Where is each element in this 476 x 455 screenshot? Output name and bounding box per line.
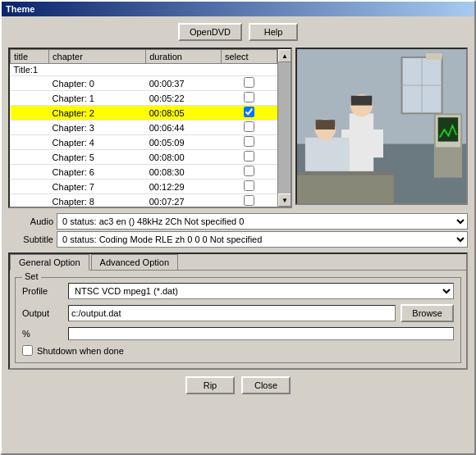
- cell-duration: 00:08:30: [146, 165, 222, 180]
- progress-bar: [68, 327, 454, 340]
- cell-title: [11, 106, 49, 121]
- main-area: title chapter duration select Title:1 Ch…: [8, 48, 468, 208]
- tab-content-general: Set Profile NTSC VCD mpeg1 (*.dat) Outpu…: [10, 271, 466, 368]
- profile-label: Profile: [22, 286, 63, 296]
- cell-select[interactable]: [221, 150, 277, 165]
- cell-chapter: Chapter: 4: [49, 135, 146, 150]
- cell-duration: 00:00:37: [146, 76, 222, 91]
- cell-chapter: Chapter: 6: [49, 165, 146, 180]
- row-checkbox[interactable]: [244, 77, 254, 88]
- table-row: Chapter: 1 00:05:22: [11, 91, 277, 106]
- cell-select: [221, 64, 277, 76]
- progress-row: %: [22, 327, 454, 340]
- cell-chapter: Chapter: 0: [49, 76, 146, 91]
- cell-duration: 00:05:22: [146, 91, 222, 106]
- rip-button[interactable]: Rip: [185, 376, 235, 394]
- opendvd-button[interactable]: OpenDVD: [178, 23, 242, 41]
- chapter-table-container: title chapter duration select Title:1 Ch…: [8, 48, 292, 208]
- table-row: Chapter: 0 00:00:37: [11, 76, 277, 91]
- cell-title: Title:1: [11, 64, 222, 76]
- percent-label: %: [22, 329, 63, 339]
- set-group: Set Profile NTSC VCD mpeg1 (*.dat) Outpu…: [15, 277, 461, 363]
- scroll-up-button[interactable]: ▲: [278, 49, 291, 62]
- preview-canvas: [297, 49, 466, 203]
- cell-chapter: Chapter: 1: [49, 91, 146, 106]
- scroll-down-button[interactable]: ▼: [278, 193, 291, 207]
- cell-chapter: Chapter: 3: [49, 121, 146, 135]
- tab-advanced[interactable]: Advanced Option: [91, 254, 178, 270]
- table-row: Chapter: 2 00:08:05: [11, 106, 277, 121]
- table-scrollbar[interactable]: ▲ ▼: [277, 49, 291, 207]
- window-title: Theme: [6, 4, 34, 14]
- table-row: Chapter: 8 00:07:27: [11, 194, 277, 207]
- row-checkbox[interactable]: [244, 121, 254, 132]
- shutdown-row: Shutdown when done: [22, 345, 454, 356]
- col-title: title: [11, 50, 49, 64]
- profile-select[interactable]: NTSC VCD mpeg1 (*.dat): [68, 283, 454, 299]
- table-row: Chapter: 5 00:08:00: [11, 150, 277, 165]
- row-checkbox[interactable]: [244, 107, 254, 117]
- bottom-buttons: Rip Close: [8, 376, 468, 394]
- chapter-table: title chapter duration select Title:1 Ch…: [10, 49, 277, 207]
- table-row: Title:1: [11, 64, 277, 76]
- table-row: Chapter: 7 00:12:29: [11, 180, 277, 194]
- tab-general[interactable]: General Option: [10, 254, 89, 271]
- output-input[interactable]: [68, 305, 396, 321]
- table-row: Chapter: 4 00:05:09: [11, 135, 277, 150]
- table-header-row: title chapter duration select: [11, 50, 277, 64]
- cell-duration: 00:08:00: [146, 150, 222, 165]
- shutdown-label: Shutdown when done: [37, 346, 124, 356]
- cell-chapter: Chapter: 2: [49, 106, 146, 121]
- subtitle-label: Subtitle: [8, 234, 53, 244]
- cell-duration: 00:12:29: [146, 180, 222, 194]
- audio-subtitle-area: Audio 0 status: ac3 en () 48kHz 2Ch Not …: [8, 213, 468, 248]
- col-select: select: [221, 50, 277, 64]
- cell-select[interactable]: [221, 106, 277, 121]
- cell-title: [11, 165, 49, 180]
- cell-duration: 00:06:44: [146, 121, 222, 135]
- output-label: Output: [22, 308, 63, 318]
- toolbar: OpenDVD Help: [8, 23, 468, 41]
- cell-title: [11, 194, 49, 207]
- table-row: Chapter: 3 00:06:44: [11, 121, 277, 135]
- cell-title: [11, 76, 49, 91]
- cell-chapter: Chapter: 7: [49, 180, 146, 194]
- row-checkbox[interactable]: [244, 151, 254, 162]
- cell-title: [11, 91, 49, 106]
- subtitle-select[interactable]: 0 status: Coding Mode RLE zh 0 0 0 Not s…: [57, 231, 468, 248]
- cell-select[interactable]: [221, 165, 277, 180]
- tabs-area: General Option Advanced Option Set Profi…: [8, 253, 468, 370]
- chapter-table-scroll[interactable]: title chapter duration select Title:1 Ch…: [10, 49, 277, 207]
- main-window: Theme OpenDVD Help title chapter: [0, 0, 476, 455]
- row-checkbox[interactable]: [244, 180, 254, 191]
- cell-select[interactable]: [221, 91, 277, 106]
- video-preview: [295, 48, 468, 205]
- row-checkbox[interactable]: [244, 136, 254, 147]
- cell-select[interactable]: [221, 135, 277, 150]
- cell-select[interactable]: [221, 121, 277, 135]
- cell-select[interactable]: [221, 180, 277, 194]
- browse-button[interactable]: Browse: [400, 304, 454, 322]
- row-checkbox[interactable]: [244, 195, 254, 206]
- cell-chapter: Chapter: 5: [49, 150, 146, 165]
- col-duration: duration: [146, 50, 222, 64]
- row-checkbox[interactable]: [244, 92, 254, 102]
- tab-headers: General Option Advanced Option: [10, 254, 466, 271]
- scroll-track[interactable]: [278, 62, 291, 193]
- subtitle-row: Subtitle 0 status: Coding Mode RLE zh 0 …: [8, 231, 468, 248]
- output-row: Output Browse: [22, 304, 454, 322]
- cell-duration: 00:07:27: [146, 194, 222, 207]
- help-button[interactable]: Help: [249, 23, 298, 41]
- cell-duration: 00:08:05: [146, 106, 222, 121]
- shutdown-checkbox[interactable]: [22, 345, 33, 356]
- audio-select[interactable]: 0 status: ac3 en () 48kHz 2Ch Not specif…: [57, 213, 468, 230]
- cell-chapter: Chapter: 8: [49, 194, 146, 207]
- cell-title: [11, 150, 49, 165]
- row-checkbox[interactable]: [244, 166, 254, 176]
- audio-label: Audio: [8, 216, 53, 226]
- close-button[interactable]: Close: [241, 376, 291, 394]
- cell-title: [11, 121, 49, 135]
- cell-select[interactable]: [221, 76, 277, 91]
- audio-row: Audio 0 status: ac3 en () 48kHz 2Ch Not …: [8, 213, 468, 230]
- cell-select[interactable]: [221, 194, 277, 207]
